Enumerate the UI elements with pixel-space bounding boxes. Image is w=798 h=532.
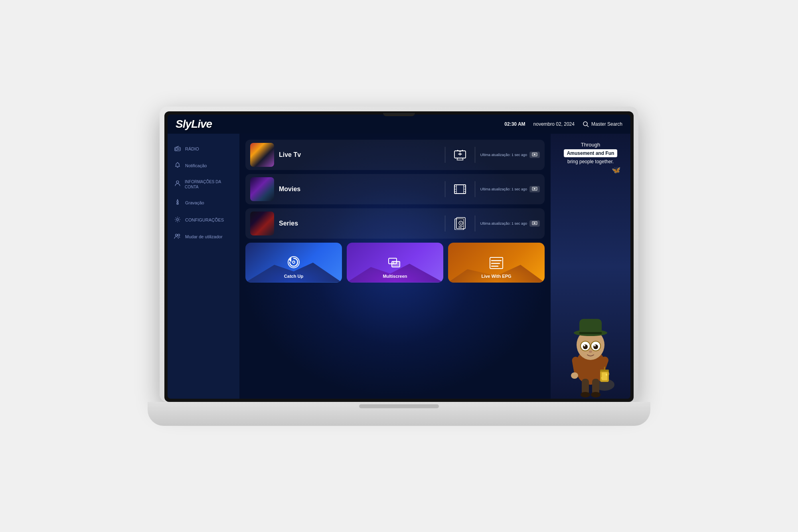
movies-row[interactable]: Movies	[245, 174, 545, 204]
series-thumb	[250, 212, 274, 235]
multiscreen-icon	[388, 257, 402, 272]
svg-point-48	[581, 392, 590, 398]
svg-point-52	[571, 372, 578, 379]
live-tv-icon-box	[450, 147, 470, 163]
main-content: RÁDIO Notificação INFORM	[168, 134, 630, 399]
sidebar-notification-label: Notificação	[185, 163, 207, 168]
live-tv-update-text: Ultima atualização: 1 sec ago	[480, 153, 527, 157]
header-right: 02:30 AM novembro 02, 2024 Master Search	[504, 121, 622, 127]
svg-point-8	[177, 218, 179, 220]
character-illustration	[551, 279, 630, 399]
series-icon	[454, 217, 466, 230]
sidebar-item-switch-user[interactable]: Mudar de utilizador	[168, 229, 239, 244]
sidebar-settings-label: CONFIGURAÇÕES	[185, 218, 224, 222]
svg-point-73	[601, 377, 602, 378]
movies-badge	[529, 186, 540, 192]
right-panel: Through Amusement and Fun bring people t…	[551, 134, 630, 399]
movies-update-text: Ultima atualização: 1 sec ago	[480, 187, 527, 191]
sidebar-recording-label: Gravação	[185, 200, 204, 205]
svg-rect-70	[600, 370, 609, 372]
svg-point-6	[176, 181, 179, 183]
movies-label: Movies	[279, 186, 440, 193]
svg-rect-69	[602, 372, 607, 380]
epg-card[interactable]: Live With EPG	[448, 243, 545, 283]
svg-point-67	[589, 350, 592, 353]
bottom-cards: Catch Up	[245, 243, 545, 283]
movies-thumb	[250, 177, 274, 201]
epg-icon	[489, 257, 504, 272]
svg-point-64	[593, 344, 598, 349]
svg-rect-38	[392, 261, 400, 267]
laptop-body: SlyLive 02:30 AM novembro 02, 2024 Maste…	[160, 107, 638, 402]
svg-point-63	[583, 344, 588, 349]
logo-sly: Sly	[176, 118, 191, 130]
search-icon	[583, 121, 589, 127]
catchup-card[interactable]: Catch Up	[245, 243, 342, 283]
sidebar-item-recording[interactable]: Gravação	[168, 195, 239, 211]
screen-bezel: SlyLive 02:30 AM novembro 02, 2024 Maste…	[164, 111, 634, 402]
svg-point-65	[584, 345, 585, 346]
divider-6	[475, 216, 475, 231]
series-icon-box	[450, 216, 470, 231]
highlight-box: Amusement and Fun	[564, 149, 618, 157]
header-time: 02:30 AM	[504, 121, 525, 127]
series-row[interactable]: Series	[245, 208, 545, 239]
live-tv-label: Live Tv	[279, 151, 440, 158]
radio-icon	[174, 146, 181, 152]
svg-rect-3	[176, 148, 178, 150]
live-tv-badge	[529, 152, 540, 158]
film-icon	[454, 184, 466, 195]
epg-label: Live With EPG	[481, 274, 511, 279]
divider-5	[445, 216, 445, 231]
logo-live: Live	[191, 118, 212, 130]
right-panel-text: Through Amusement and Fun bring people t…	[564, 142, 618, 164]
content-area: Live Tv	[239, 134, 551, 399]
series-update-text: Ultima atualização: 1 sec ago	[480, 222, 527, 225]
sidebar-item-notification[interactable]: Notificação	[168, 158, 239, 174]
live-tv-row[interactable]: Live Tv	[245, 140, 545, 170]
svg-point-66	[594, 345, 596, 346]
sidebar-item-account[interactable]: INFORMAÇÕES DA CONTA	[168, 175, 239, 194]
sidebar-item-radio[interactable]: RÁDIO	[168, 142, 239, 156]
account-icon	[174, 180, 181, 188]
catchup-icon	[286, 255, 301, 272]
switch-user-icon	[174, 233, 181, 240]
svg-point-0	[583, 122, 587, 126]
header-date: novembro 02, 2024	[533, 121, 575, 127]
svg-line-1	[587, 125, 589, 127]
screen: SlyLive 02:30 AM novembro 02, 2024 Maste…	[168, 115, 630, 399]
through-text: Through	[564, 142, 618, 148]
svg-point-49	[591, 392, 600, 398]
search-button[interactable]: Master Search	[583, 121, 622, 127]
tv-icon	[454, 149, 466, 160]
svg-point-10	[178, 234, 180, 236]
series-badge	[529, 220, 540, 227]
laptop-frame: SlyLive 02:30 AM novembro 02, 2024 Maste…	[160, 107, 638, 426]
notification-icon	[174, 162, 181, 170]
live-tv-update: Ultima atualização: 1 sec ago	[480, 152, 540, 158]
svg-point-31	[460, 222, 462, 223]
svg-rect-56	[579, 319, 602, 334]
bring-text: bring people together.	[564, 159, 618, 164]
movies-icon-box	[450, 181, 470, 197]
character-svg	[559, 287, 622, 399]
svg-point-72	[606, 374, 607, 376]
app-logo: SlyLive	[176, 118, 212, 131]
laptop-base	[148, 402, 650, 426]
svg-point-9	[176, 234, 178, 236]
multiscreen-label: Multiscreen	[383, 274, 407, 279]
sidebar: RÁDIO Notificação INFORM	[168, 134, 239, 399]
svg-rect-57	[579, 332, 602, 334]
sidebar-item-settings[interactable]: CONFIGURAÇÕES	[168, 212, 239, 228]
sidebar-radio-label: RÁDIO	[185, 146, 199, 151]
sidebar-account-label: INFORMAÇÕES DA CONTA	[185, 179, 233, 190]
search-label: Master Search	[591, 121, 622, 127]
laptop-hinge	[359, 404, 439, 408]
divider-2	[475, 147, 475, 163]
recording-icon	[174, 199, 181, 207]
sidebar-switch-label: Mudar de utilizador	[185, 234, 223, 239]
settings-icon	[174, 216, 181, 224]
camera-notch	[383, 113, 415, 116]
live-tv-thumb	[250, 143, 274, 167]
multiscreen-card[interactable]: Multiscreen	[347, 243, 443, 283]
